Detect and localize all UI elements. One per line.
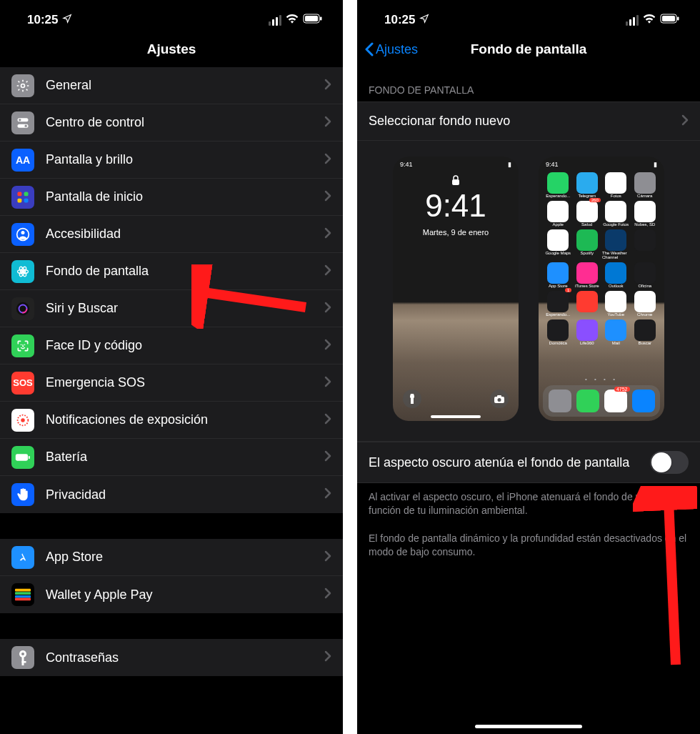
- settings-row-key[interactable]: Contraseñas: [0, 639, 343, 676]
- settings-row-exposure[interactable]: Notificaciones de exposición: [0, 402, 343, 439]
- key-icon: [11, 646, 34, 669]
- settings-row-person[interactable]: Accesibilidad: [0, 216, 343, 253]
- person-icon: [11, 223, 34, 246]
- chevron-right-icon: [324, 153, 331, 167]
- svg-rect-11: [24, 198, 29, 202]
- settings-row-appstore[interactable]: App Store: [0, 539, 343, 576]
- svg-point-3: [21, 84, 25, 87]
- hand-icon: [11, 483, 34, 506]
- dock-app-icon: [576, 390, 599, 412]
- status-bar: 10:25: [0, 0, 343, 31]
- status-time: 10:25: [384, 13, 415, 27]
- settings-row-siri[interactable]: Siri y Buscar: [0, 290, 343, 327]
- app-icon: Nubes, SD: [631, 201, 659, 227]
- dark-dim-toggle[interactable]: [650, 451, 689, 474]
- page-title: Ajustes: [147, 41, 196, 57]
- svg-rect-8: [18, 192, 22, 196]
- nav-bar: Ajustes Fondo de pantalla: [357, 31, 700, 67]
- select-new-wallpaper-row[interactable]: Seleccionar fondo nuevo: [357, 101, 700, 141]
- settings-row-flower[interactable]: Fondo de pantalla: [0, 253, 343, 290]
- settings-row-battery[interactable]: Batería: [0, 439, 343, 476]
- svg-rect-26: [29, 456, 30, 459]
- row-label: Pantalla de inicio: [46, 189, 324, 204]
- row-label: General: [46, 78, 324, 93]
- svg-rect-28: [15, 589, 31, 592]
- footer-text-1: Al activar el aspecto oscuro, el iPhone …: [357, 483, 700, 525]
- row-label: Contraseñas: [46, 650, 324, 665]
- lock-screen-preview[interactable]: 9:41▮ 9:41 Martes, 9 de enero: [393, 157, 519, 421]
- svg-rect-30: [15, 595, 31, 598]
- settings-row-sos[interactable]: SOSEmergencia SOS: [0, 364, 343, 402]
- nav-bar: Ajustes: [0, 31, 343, 67]
- row-label: Face ID y código: [46, 338, 324, 353]
- battery-icon: [660, 13, 680, 27]
- page-title: Fondo de pantalla: [471, 41, 587, 57]
- location-arrow-icon: [62, 13, 72, 27]
- dark-dim-label: El aspecto oscuro atenúa el fondo de pan…: [369, 454, 650, 471]
- select-new-label: Seleccionar fondo nuevo: [369, 114, 681, 129]
- exposure-icon: [11, 409, 34, 432]
- row-label: Centro de control: [46, 115, 324, 130]
- back-label: Ajustes: [376, 42, 418, 57]
- flower-icon: [11, 260, 34, 283]
- svg-rect-9: [24, 192, 29, 196]
- dock: 4752: [543, 385, 660, 417]
- app-icon: Chrome: [631, 291, 659, 317]
- svg-point-44: [498, 398, 501, 402]
- app-icon: Mail: [602, 319, 630, 345]
- svg-rect-40: [677, 17, 679, 21]
- svg-rect-2: [320, 17, 322, 21]
- cellular-signal-icon: [269, 15, 281, 26]
- chevron-right-icon: [324, 450, 331, 465]
- location-arrow-icon: [419, 13, 429, 27]
- svg-point-13: [21, 231, 25, 234]
- chevron-right-icon: [324, 376, 331, 390]
- svg-rect-25: [16, 454, 28, 460]
- face-icon: [11, 334, 34, 357]
- dark-dim-toggle-row: El aspecto oscuro atenúa el fondo de pan…: [357, 442, 700, 483]
- row-label: Fondo de pantalla: [46, 264, 324, 279]
- back-button[interactable]: Ajustes: [364, 42, 418, 57]
- app-icon: YouTube: [602, 291, 630, 317]
- settings-list: GeneralCentro de controlAAPantalla y bri…: [0, 67, 343, 513]
- app-icon: Oficina: [631, 262, 659, 288]
- chevron-right-icon: [324, 190, 331, 204]
- svg-point-21: [21, 344, 22, 345]
- chevron-right-icon: [681, 114, 689, 129]
- screen-settings: 10:25 Ajustes GeneralCentro de controlAA…: [0, 0, 343, 734]
- grid-icon: [11, 186, 34, 209]
- home-screen-preview[interactable]: 9:41▮ Esperando...TelegramFotosCámaraApp…: [539, 157, 664, 421]
- svg-point-33: [21, 653, 24, 655]
- settings-row-gear[interactable]: General: [0, 67, 343, 104]
- settings-list-c: Contraseñas: [0, 639, 343, 676]
- app-icon: Google Maps: [544, 229, 572, 259]
- app-icon: Buscar: [631, 319, 659, 345]
- svg-rect-41: [452, 179, 459, 185]
- chevron-right-icon: [324, 487, 331, 502]
- settings-row-aa[interactable]: AAPantalla y brillo: [0, 142, 343, 179]
- row-label: Siri y Buscar: [46, 301, 324, 316]
- app-icon: App Store: [544, 262, 572, 288]
- settings-row-wallet[interactable]: Wallet y Apple Pay: [0, 576, 343, 613]
- row-label: Accesibilidad: [46, 227, 324, 242]
- svg-rect-29: [15, 592, 31, 595]
- app-icon: The Weather Channel: [602, 229, 630, 259]
- app-icon: 260Salud: [574, 201, 601, 227]
- status-bar: 10:25: [357, 0, 700, 31]
- chevron-right-icon: [324, 413, 331, 427]
- settings-row-hand[interactable]: Privacidad: [0, 476, 343, 513]
- chevron-right-icon: [324, 587, 331, 602]
- app-icon: Fotos: [602, 172, 630, 198]
- status-time: 10:25: [27, 13, 58, 27]
- wallpaper-previews: 9:41▮ 9:41 Martes, 9 de enero 9:41▮ Espe…: [357, 141, 700, 442]
- chevron-right-icon: [324, 79, 331, 93]
- row-label: Wallet y Apple Pay: [46, 587, 324, 602]
- battery-icon: [303, 13, 323, 27]
- row-label: App Store: [46, 550, 324, 565]
- settings-row-toggles[interactable]: Centro de control: [0, 104, 343, 142]
- row-label: Pantalla y brillo: [46, 152, 324, 167]
- settings-row-face[interactable]: Face ID y código: [0, 327, 343, 364]
- app-icon: Google Fotos: [602, 201, 630, 227]
- settings-row-grid[interactable]: Pantalla de inicio: [0, 179, 343, 216]
- dock-app-icon: [632, 390, 655, 412]
